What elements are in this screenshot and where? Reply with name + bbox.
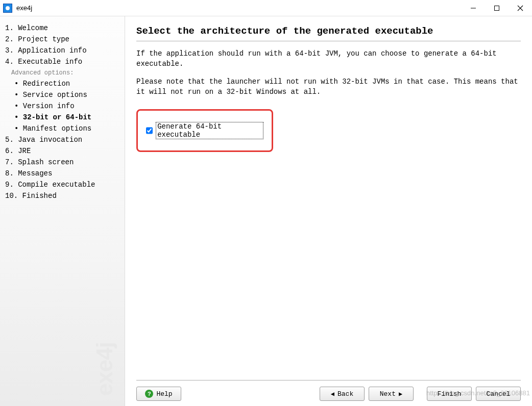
- minimize-icon: [470, 5, 476, 11]
- maximize-icon: [494, 5, 500, 11]
- finish-button[interactable]: Finish: [427, 387, 472, 401]
- titlebar-controls: [462, 0, 532, 16]
- svg-rect-1: [495, 6, 499, 10]
- back-label: Back: [337, 390, 353, 398]
- step-jre[interactable]: 6. JRE: [5, 145, 119, 157]
- intro-p2: Please note that the launcher will not r…: [136, 77, 521, 97]
- help-label: Help: [156, 390, 172, 398]
- step-application-info[interactable]: 3. Application info: [5, 45, 119, 56]
- intro-p1: If the application should run with a 64-…: [136, 48, 521, 69]
- step-messages[interactable]: 8. Messages: [5, 168, 119, 179]
- titlebar: exe4j: [0, 0, 532, 16]
- intro-text: If the application should run with a 64-…: [136, 48, 521, 104]
- next-label: Next: [380, 390, 396, 398]
- step-welcome[interactable]: 1. Welcome: [5, 22, 119, 34]
- main-panel: Select the architecture of the generated…: [125, 16, 532, 406]
- arrow-right-icon: ▶: [399, 390, 402, 398]
- generate-64bit-checkbox[interactable]: [146, 127, 153, 134]
- step-splash-screen[interactable]: 7. Splash screen: [5, 157, 119, 168]
- window-title: exe4j: [16, 4, 32, 12]
- substep-manifest-options[interactable]: Manifest options: [5, 123, 119, 134]
- arrow-left-icon: ◀: [331, 390, 334, 398]
- footer: ? Help ◀ Back Next ▶ Finish Cancel: [136, 380, 521, 401]
- substep-redirection[interactable]: Redirection: [5, 78, 119, 89]
- step-executable-info[interactable]: 4. Executable info: [5, 56, 119, 67]
- help-button[interactable]: ? Help: [136, 387, 181, 401]
- close-icon: [517, 5, 523, 11]
- step-project-type[interactable]: 2. Project type: [5, 34, 119, 45]
- substep-32-64-bit[interactable]: 32-bit or 64-bit: [5, 112, 119, 123]
- step-finished[interactable]: 10. Finished: [5, 190, 119, 201]
- cancel-label: Cancel: [487, 390, 511, 398]
- sidebar: 1. Welcome 2. Project type 3. Applicatio…: [0, 16, 125, 406]
- back-button[interactable]: ◀ Back: [320, 387, 365, 401]
- maximize-button[interactable]: [485, 0, 509, 16]
- finish-label: Finish: [438, 390, 462, 398]
- substep-service-options[interactable]: Service options: [5, 89, 119, 100]
- substep-version-info[interactable]: Version info: [5, 100, 119, 112]
- minimize-button[interactable]: [462, 0, 485, 16]
- cancel-button[interactable]: Cancel: [476, 387, 521, 401]
- app-icon: [3, 4, 12, 13]
- next-button[interactable]: Next ▶: [369, 387, 414, 401]
- step-java-invocation[interactable]: 5. Java invocation: [5, 134, 119, 145]
- help-icon: ?: [145, 390, 153, 398]
- step-compile-executable[interactable]: 9. Compile executable: [5, 179, 119, 190]
- step-list: 1. Welcome 2. Project type 3. Applicatio…: [5, 22, 119, 201]
- generate-64bit-row[interactable]: Generate 64-bit executable: [146, 122, 263, 139]
- sidebar-logo: exe4j: [92, 342, 117, 396]
- highlight-box: Generate 64-bit executable: [136, 109, 273, 152]
- advanced-options-label: Advanced options:: [5, 67, 119, 78]
- close-button[interactable]: [509, 0, 532, 16]
- generate-64bit-label: Generate 64-bit executable: [156, 122, 263, 139]
- page-title: Select the architecture of the generated…: [136, 26, 521, 41]
